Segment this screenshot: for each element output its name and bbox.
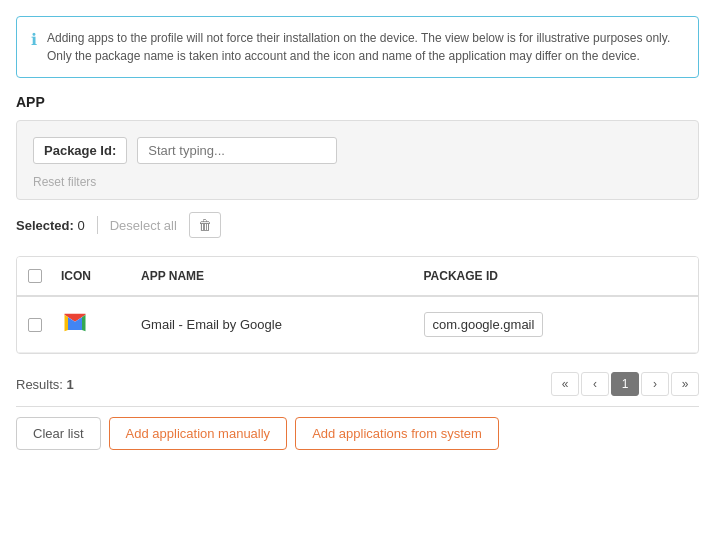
pagination: « ‹ 1 › » — [551, 372, 699, 396]
section-title: APP — [16, 94, 699, 110]
reset-filters-button[interactable]: Reset filters — [33, 175, 96, 189]
trash-icon: 🗑 — [198, 217, 212, 233]
header-icon: ICON — [53, 265, 133, 287]
add-from-system-button[interactable]: Add applications from system — [295, 417, 499, 450]
clear-list-button[interactable]: Clear list — [16, 417, 101, 450]
package-id-row: Package Id: — [33, 137, 682, 164]
info-box: ℹ Adding apps to the profile will not fo… — [16, 16, 699, 78]
prev-page-button[interactable]: ‹ — [581, 372, 609, 396]
first-page-button[interactable]: « — [551, 372, 579, 396]
next-page-button[interactable]: › — [641, 372, 669, 396]
info-icon: ℹ — [31, 30, 37, 49]
last-page-button[interactable]: » — [671, 372, 699, 396]
add-manually-button[interactable]: Add application manually — [109, 417, 288, 450]
page-1-button[interactable]: 1 — [611, 372, 639, 396]
selected-bar: Selected: 0 Deselect all 🗑 — [16, 212, 699, 246]
header-checkbox[interactable] — [28, 269, 42, 283]
divider — [97, 216, 98, 234]
gmail-icon — [61, 309, 89, 337]
package-id-input[interactable] — [137, 137, 337, 164]
filter-box: Package Id: Reset filters — [16, 120, 699, 200]
row-app-name: Gmail - Email by Google — [133, 313, 416, 336]
package-id-value: com.google.gmail — [424, 312, 544, 337]
header-app-name: APP NAME — [133, 265, 416, 287]
row-icon-cell — [53, 305, 133, 344]
row-checkbox[interactable] — [28, 318, 42, 332]
row-package-id: com.google.gmail — [416, 308, 699, 341]
info-text: Adding apps to the profile will not forc… — [47, 29, 684, 65]
results-text: Results: 1 — [16, 377, 74, 392]
package-id-label: Package Id: — [33, 137, 127, 164]
table-row: Gmail - Email by Google com.google.gmail — [17, 297, 698, 353]
header-package-id: PACKAGE ID — [416, 265, 699, 287]
delete-button[interactable]: 🗑 — [189, 212, 221, 238]
header-checkbox-cell — [17, 265, 53, 287]
selected-label: Selected: 0 — [16, 218, 85, 233]
bottom-action-bar: Clear list Add application manually Add … — [16, 406, 699, 450]
pagination-row: Results: 1 « ‹ 1 › » — [16, 366, 699, 406]
row-checkbox-cell — [17, 318, 53, 332]
table-header: ICON APP NAME PACKAGE ID — [17, 257, 698, 297]
deselect-all-button[interactable]: Deselect all — [110, 218, 177, 233]
app-table: ICON APP NAME PACKAGE ID Gmail - Email b… — [16, 256, 699, 354]
